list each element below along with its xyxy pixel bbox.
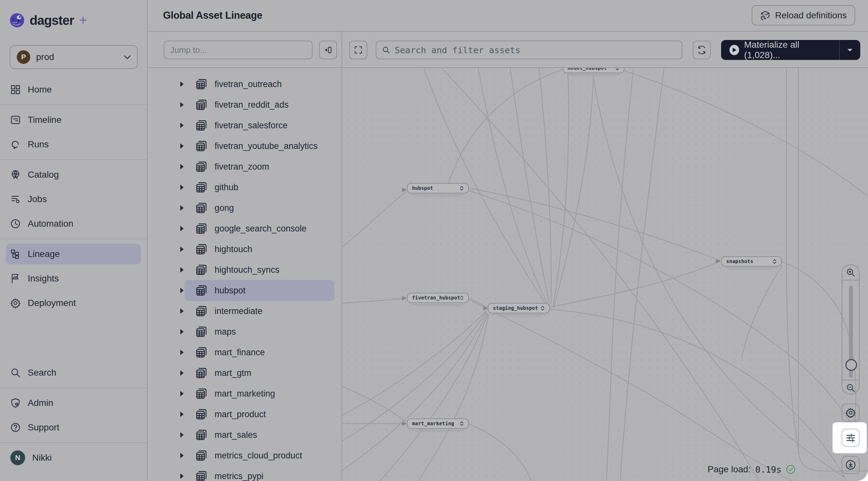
graph-node-fivetran-hubspot[interactable]: fivetran_hubspot <box>407 293 469 303</box>
zoom-out-button[interactable] <box>842 381 859 395</box>
asset-group-row[interactable]: maps <box>148 322 342 342</box>
sidebar-item-lineage[interactable]: Lineage <box>6 244 141 264</box>
asset-group-row[interactable]: metrics_pypi <box>148 466 342 481</box>
sidebar-nav: Home Timeline Runs Catalog Jobs <box>0 79 147 317</box>
unfold-icon <box>773 259 776 264</box>
reload-definitions-button[interactable]: Reload definitions <box>752 5 855 26</box>
sidebar-item-automation[interactable]: Automation <box>6 213 141 234</box>
sidebar-item-admin[interactable]: Admin <box>6 393 141 413</box>
sidebar-item-support[interactable]: Support <box>6 417 141 438</box>
asset-group-label: google_search_console <box>215 224 306 234</box>
divider <box>0 104 147 105</box>
caret-right-icon <box>179 329 184 335</box>
asset-group-row[interactable]: mart_marketing <box>148 384 342 403</box>
dagster-logo-icon <box>9 12 25 28</box>
asset-group-row[interactable]: google_search_console <box>148 218 342 239</box>
sidebar-item-search[interactable]: Search <box>6 362 141 383</box>
brand[interactable]: dagster + <box>9 12 87 28</box>
asset-group-row[interactable]: mart_sales <box>148 425 342 445</box>
asset-table-icon <box>196 367 207 379</box>
sidebar-item-jobs[interactable]: Jobs <box>6 189 141 210</box>
asset-group-row[interactable]: mart_product <box>148 404 342 424</box>
asset-group-row[interactable]: metrics_cloud_product <box>148 446 342 465</box>
play-icon <box>730 45 739 55</box>
page-load-time: 0.19s <box>755 464 781 475</box>
asset-group-row[interactable]: mart_gtm <box>148 363 342 383</box>
graph-node-mart-marketing[interactable]: mart_marketing <box>407 418 469 429</box>
asset-group-row[interactable]: github <box>148 177 342 197</box>
zoom-slider-knob[interactable] <box>845 359 857 371</box>
asset-search-input[interactable] <box>395 45 676 55</box>
sidebar-item-label: Lineage <box>28 249 60 259</box>
graph-node-hubspot[interactable]: hubspot <box>407 183 469 193</box>
page-header: Global Asset Lineage Reload definitions <box>148 0 868 32</box>
asset-table-icon <box>196 471 207 481</box>
graph-settings-button[interactable] <box>842 403 860 422</box>
asset-table-icon <box>196 264 207 275</box>
asset-group-row[interactable]: fivetran_youtube_analytics <box>148 136 342 156</box>
user-menu[interactable]: N Nikki <box>6 448 141 468</box>
fullscreen-button[interactable] <box>349 41 367 59</box>
asset-search-field <box>376 41 682 59</box>
asset-group-row-selected[interactable]: hubspot <box>148 280 342 300</box>
graph-node-model-hubspot[interactable]: model_hubspot <box>563 68 624 73</box>
sidebar-item-insights[interactable]: Insights <box>6 268 141 289</box>
asset-table-icon <box>196 244 207 255</box>
refresh-button[interactable] <box>693 41 711 59</box>
workspace-selector[interactable]: P prod <box>10 45 138 69</box>
caret-right-icon <box>179 81 184 87</box>
materialize-dropdown-toggle[interactable] <box>839 40 860 60</box>
asset-table-icon <box>196 203 207 213</box>
materialize-all-main[interactable]: Materialize all (1,028)... <box>721 40 839 60</box>
divider <box>0 442 147 443</box>
materialize-all-button[interactable]: Materialize all (1,028)... <box>721 40 860 60</box>
sidebar-item-catalog[interactable]: Catalog <box>6 164 141 185</box>
asset-group-row[interactable]: gong <box>148 198 342 218</box>
graph-node-snapshots[interactable]: snapshots <box>721 256 782 267</box>
asset-group-row[interactable]: intermediate <box>148 301 342 321</box>
unfold-icon <box>541 306 545 311</box>
asset-group-row[interactable]: hightouch_syncs <box>148 260 342 280</box>
asset-group-row[interactable]: fivetran_salesforce <box>148 115 342 136</box>
asset-group-label: fivetran_outreach <box>215 79 282 89</box>
sidebar-item-deployment[interactable]: Deployment <box>6 293 141 313</box>
asset-group-label: github <box>215 182 239 192</box>
asset-group-row[interactable]: mart_finance <box>148 342 342 362</box>
sliders-icon <box>845 433 856 443</box>
chevron-down-icon <box>124 55 131 59</box>
asset-table-icon <box>196 120 207 131</box>
sidebar-item-timeline[interactable]: Timeline <box>6 110 141 130</box>
caret-right-icon <box>179 101 184 108</box>
check-circle-icon <box>786 464 796 474</box>
download-graph-button[interactable] <box>842 456 860 474</box>
zoom-out-icon <box>846 383 856 393</box>
asset-table-icon <box>196 388 207 399</box>
asset-group-label: maps <box>215 327 236 337</box>
lineage-canvas[interactable]: model_hubspot hubspot fivetran_hubspot s… <box>342 68 868 481</box>
caret-right-icon <box>179 452 184 459</box>
graph-node-label: mart_marketing <box>412 421 460 426</box>
graph-node-label: hubspot <box>412 185 460 191</box>
graph-filters-button[interactable] <box>842 429 860 447</box>
asset-table-icon <box>196 182 207 193</box>
asset-group-label: metrics_cloud_product <box>215 451 302 461</box>
caret-right-icon <box>179 308 184 314</box>
caret-right-icon <box>179 473 184 479</box>
sidebar-item-home[interactable]: Home <box>6 79 141 100</box>
catalog-icon <box>10 170 21 180</box>
user-name: Nikki <box>32 453 52 463</box>
jump-to-input[interactable] <box>170 45 306 55</box>
divider <box>842 280 859 280</box>
asset-table-icon <box>196 429 207 440</box>
asset-group-row[interactable]: fivetran_outreach <box>148 74 342 94</box>
graph-node-staging-hubspot[interactable]: staging_hubspot <box>488 303 550 313</box>
zoom-in-button[interactable] <box>842 265 859 280</box>
asset-group-row[interactable]: hightouch <box>148 239 342 259</box>
sidebar-item-label: Support <box>28 422 59 433</box>
sidebar-item-label: Home <box>28 85 52 95</box>
sidebar-item-label: Insights <box>28 273 59 284</box>
collapse-panel-button[interactable] <box>319 41 337 59</box>
asset-group-row[interactable]: fivetran_reddit_ads <box>148 95 342 115</box>
sidebar-item-runs[interactable]: Runs <box>6 134 141 155</box>
asset-group-row[interactable]: fivetran_zoom <box>148 157 342 177</box>
